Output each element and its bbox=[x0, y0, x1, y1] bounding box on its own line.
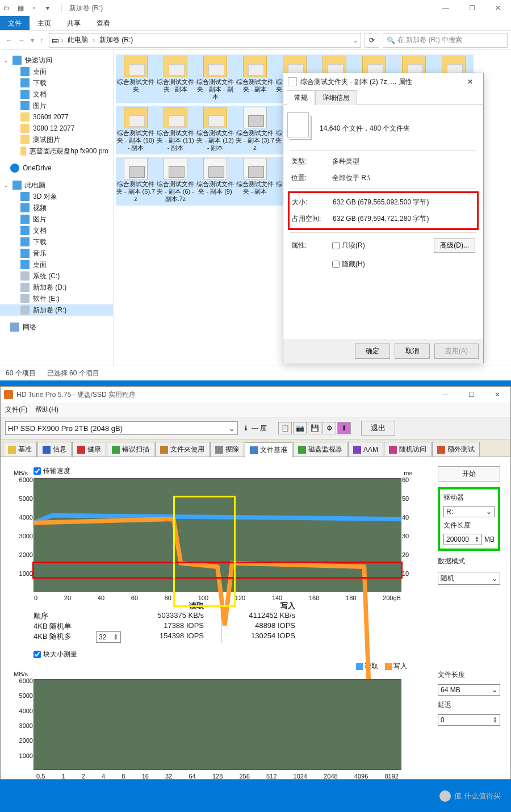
file-item[interactable]: 综合测试文件夹 - 副本 bbox=[235, 157, 275, 206]
readonly-checkbox[interactable] bbox=[332, 242, 340, 249]
drive-select[interactable]: HP SSD FX900 Pro 2TB (2048 gB)⌄ bbox=[5, 421, 238, 435]
menu-help[interactable]: 帮助(H) bbox=[35, 405, 58, 415]
file-item[interactable]: 综合测试文件夹 - 副本 - 副本 bbox=[195, 55, 235, 103]
sidebar-item[interactable]: 桌面 bbox=[0, 259, 113, 270]
sidebar-item[interactable]: 视频 bbox=[0, 202, 113, 214]
tab-benchmark[interactable]: 基准 bbox=[3, 442, 37, 457]
maximize-button[interactable]: ☐ bbox=[458, 387, 484, 403]
advanced-button[interactable]: 高级(D)... bbox=[434, 238, 475, 253]
tab-health[interactable]: 健康 bbox=[72, 442, 106, 457]
close-button[interactable]: ✕ bbox=[484, 387, 510, 403]
sidebar-quick-access[interactable]: ⌄快速访问 bbox=[0, 55, 113, 66]
sidebar-item[interactable]: 软件 (E:) bbox=[0, 293, 113, 304]
qat-overflow[interactable]: ▾ bbox=[43, 3, 52, 12]
tab-share[interactable]: 共享 bbox=[59, 16, 89, 30]
file-item[interactable]: 综合测试文件夹 - 副本 bbox=[235, 55, 275, 103]
apply-button[interactable]: 应用(A) bbox=[434, 344, 479, 359]
props-tab-details[interactable]: 详细信息 bbox=[315, 90, 357, 105]
tab-file[interactable]: 文件 bbox=[0, 16, 30, 30]
crumb-drive[interactable]: 新加卷 (R:) bbox=[97, 34, 135, 46]
crumb-pc[interactable]: 此电脑 bbox=[65, 34, 90, 46]
properties-dialog: 综合测试文件夹 - 副本 (2).7z, ... 属性 ✕ 常规 详细信息 14… bbox=[283, 73, 484, 363]
qat-new-icon[interactable]: ▫ bbox=[30, 3, 39, 12]
sidebar-item[interactable]: 文档 bbox=[0, 89, 113, 100]
sidebar-item[interactable]: 文档 bbox=[0, 225, 113, 236]
transfer-checkbox[interactable] bbox=[33, 467, 41, 475]
tab-home[interactable]: 主页 bbox=[30, 16, 59, 30]
start-button[interactable]: 开始 bbox=[438, 466, 500, 482]
drive-letter-select[interactable]: R:⌄ bbox=[443, 506, 495, 517]
sidebar-this-pc[interactable]: ⌄此电脑 bbox=[0, 179, 113, 191]
tab-extra[interactable]: 额外测试 bbox=[432, 442, 480, 457]
sidebar-item[interactable]: 3080 12 2077 bbox=[0, 123, 113, 134]
sidebar-item[interactable]: 图片 bbox=[0, 214, 113, 225]
sidebar-item[interactable]: 下载 bbox=[0, 77, 113, 89]
exit-button[interactable]: 退出 bbox=[361, 421, 395, 436]
sidebar-item[interactable]: 新加卷 (D:) bbox=[0, 282, 113, 293]
minimize-button[interactable]: — bbox=[433, 0, 459, 16]
file-item[interactable]: 综合测试文件夹 - 副本 (5).7z bbox=[116, 157, 156, 206]
sidebar-item[interactable]: 惠普固态硬盘hp fx900 pro bbox=[0, 145, 113, 157]
nav-up[interactable]: ↑ bbox=[40, 36, 43, 44]
tab-aam[interactable]: AAM bbox=[348, 442, 383, 457]
tab-view[interactable]: 查看 bbox=[89, 16, 118, 30]
filelen2-select[interactable]: 64 MB⌄ bbox=[438, 684, 500, 696]
nav-back[interactable]: ← bbox=[6, 36, 12, 44]
qat-props-icon[interactable]: ▦ bbox=[16, 3, 25, 12]
hidden-checkbox[interactable] bbox=[332, 261, 340, 268]
minimize-button[interactable]: — bbox=[432, 387, 458, 403]
props-close-button[interactable]: ✕ bbox=[457, 73, 483, 90]
explorer-window: 🗀 ▦ ▫ ▾ | 新加卷 (R:) — ☐ ✕ 文件 主页 共享 查看 ← →… bbox=[0, 0, 511, 380]
sidebar-item[interactable]: 测试图片 bbox=[0, 134, 113, 145]
search-box[interactable]: 🔍 在 新加卷 (R:) 中搜索 bbox=[383, 33, 508, 48]
sidebar-item[interactable]: 图片 bbox=[0, 100, 113, 111]
copy-icon[interactable]: 📋 bbox=[278, 422, 292, 434]
tab-diskmonitor[interactable]: 磁盘监视器 bbox=[293, 442, 347, 457]
tab-erase[interactable]: 擦除 bbox=[210, 442, 244, 457]
file-item[interactable]: 综合测试文件夹 - 副本 (3).7z bbox=[235, 106, 275, 154]
tab-errorscan[interactable]: 错误扫描 bbox=[107, 442, 154, 457]
sidebar-onedrive[interactable]: OneDrive bbox=[0, 162, 113, 174]
file-item[interactable]: 综合测试文件夹 - 副本 (6) - 副本.7z bbox=[156, 157, 195, 206]
status-bar: 60 个项目 已选择 60 个项目 bbox=[0, 366, 511, 380]
props-tab-general[interactable]: 常规 bbox=[287, 90, 315, 105]
tab-info[interactable]: 信息 bbox=[37, 442, 72, 457]
save-icon[interactable]: 💾 bbox=[308, 422, 321, 434]
datamode-select[interactable]: 随机⌄ bbox=[438, 572, 500, 585]
sidebar-item[interactable]: 系统 (C:) bbox=[0, 270, 113, 282]
file-item[interactable]: 综合测试文件夹 - 副本 (11) - 副本 bbox=[156, 106, 195, 154]
sidebar-item[interactable]: 下载 bbox=[0, 236, 113, 248]
sidebar-item[interactable]: 音乐 bbox=[0, 248, 113, 259]
sidebar-network[interactable]: 网络 bbox=[0, 321, 113, 333]
screenshot-icon[interactable]: 📷 bbox=[293, 422, 307, 434]
file-item[interactable]: 综合测试文件夹 - 副本 bbox=[156, 55, 195, 103]
file-item[interactable]: 综合测试文件夹 - 副本 (10) - 副本 bbox=[116, 106, 156, 154]
file-item[interactable]: 综合测试文件夹 - 副本 (9) bbox=[195, 157, 235, 206]
sidebar-item[interactable]: 3060ti 2077 bbox=[0, 111, 113, 123]
props-size: 632 GB (679,565,092,500 字节) bbox=[333, 198, 475, 207]
address-bar[interactable]: 🖴 › 此电脑 › 新加卷 (R:) ⌄ bbox=[49, 33, 361, 48]
drive-icon: 🖴 bbox=[52, 36, 58, 44]
maximize-button[interactable]: ☐ bbox=[459, 0, 485, 16]
tab-random[interactable]: 随机访问 bbox=[384, 442, 432, 457]
sidebar-item-current[interactable]: 新加卷 (R:) bbox=[0, 304, 113, 316]
delay-input[interactable]: 0▲▼ bbox=[438, 714, 500, 726]
nav-recent[interactable]: ▾ bbox=[31, 36, 34, 44]
tool-icon[interactable]: ⬇ bbox=[337, 422, 351, 434]
cancel-button[interactable]: 取消 bbox=[395, 344, 430, 359]
close-button[interactable]: ✕ bbox=[485, 0, 511, 16]
hdtune-titlebar: HD Tune Pro 5.75 - 硬盘/SSD 实用程序 — ☐ ✕ bbox=[1, 387, 510, 403]
file-item[interactable]: 综合测试文件夹 bbox=[116, 55, 156, 103]
ok-button[interactable]: 确定 bbox=[355, 344, 390, 359]
sidebar-item[interactable]: 3D 对象 bbox=[0, 191, 113, 202]
addr-dropdown[interactable]: ⌄ bbox=[353, 36, 358, 44]
sidebar-item[interactable]: 桌面 bbox=[0, 66, 113, 77]
refresh-button[interactable]: ⟳ bbox=[365, 33, 379, 48]
nav-fwd[interactable]: → bbox=[18, 36, 25, 44]
filelen-input[interactable]: 200000▲▼ bbox=[443, 534, 482, 545]
tab-folderusage[interactable]: 文件夹使用 bbox=[155, 442, 210, 457]
file-item[interactable]: 综合测试文件夹 - 副本 (12) - 副本 bbox=[195, 106, 235, 154]
settings-icon[interactable]: ⚙ bbox=[322, 422, 336, 434]
tab-filebenchmark[interactable]: 文件基准 bbox=[245, 442, 292, 457]
menu-file[interactable]: 文件(F) bbox=[5, 405, 27, 415]
